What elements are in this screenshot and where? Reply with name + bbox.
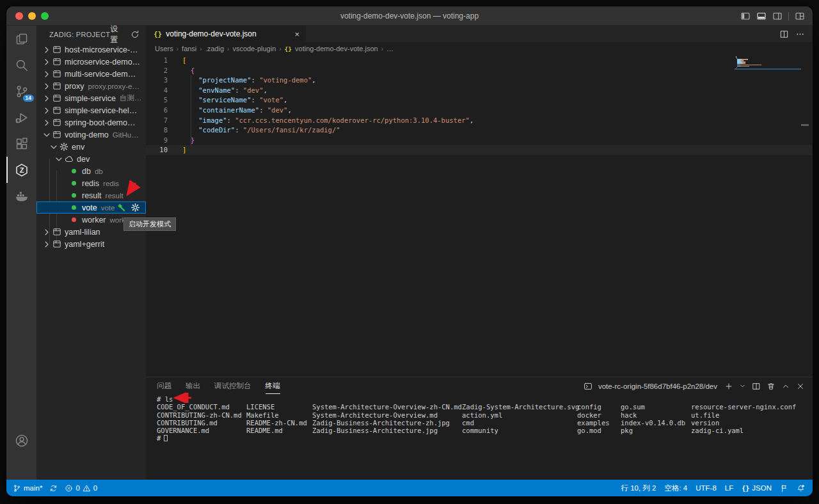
- close-panel-icon[interactable]: [796, 382, 805, 391]
- terminal-dropdown-icon[interactable]: [739, 382, 746, 390]
- more-actions-icon[interactable]: [795, 29, 805, 39]
- tree-item-voting-demo[interactable]: voting-demoGitHu…: [36, 129, 146, 141]
- tab-close-icon[interactable]: ×: [294, 30, 299, 38]
- tree-item-detail: redis: [103, 180, 119, 187]
- close-window-button[interactable]: [15, 12, 23, 20]
- panel-tab-输出[interactable]: 输出: [186, 378, 200, 394]
- line-number: 4: [146, 86, 168, 96]
- tree-item-label: env: [72, 143, 84, 152]
- tree-item-yaml+gerrit[interactable]: yaml+gerrit: [36, 238, 146, 250]
- breadcrumb-item[interactable]: Users: [155, 45, 173, 52]
- project-icon: [52, 45, 62, 54]
- line-number: 7: [146, 116, 168, 126]
- encoding-status[interactable]: UTF-8: [696, 484, 717, 492]
- minimap[interactable]: [736, 56, 799, 70]
- panel-tab-终端[interactable]: 终端: [266, 378, 280, 394]
- activity-item-explorer[interactable]: [6, 26, 36, 52]
- activity-item-run-debug[interactable]: [6, 104, 36, 130]
- service-settings-icon[interactable]: [131, 203, 140, 212]
- toggle-panel-icon[interactable]: [756, 11, 767, 21]
- tab-voting-demo-dev-vote-json[interactable]: {} voting-demo-dev-vote.json ×: [146, 26, 306, 42]
- minimize-window-button[interactable]: [28, 12, 36, 20]
- tree-item-simple-service[interactable]: simple-service自测…: [36, 92, 146, 104]
- tree-item-vote[interactable]: votevote: [36, 201, 146, 214]
- terminal[interactable]: # ls CODE_OF_CONDUCT.mdCONTRIBUTING-zh-C…: [146, 395, 813, 480]
- terminal-session-name[interactable]: vote-rc-origin-5f86d7bf46-p2n28/dev: [598, 382, 717, 390]
- eol-status[interactable]: LF: [725, 484, 733, 492]
- status-dot-green: [72, 205, 76, 210]
- terminal-cursor-line: #: [157, 434, 813, 442]
- breadcrumb-item[interactable]: …: [386, 45, 394, 52]
- breadcrumb-item[interactable]: vscode-plugin: [232, 45, 276, 52]
- terminal-column: resource-server-nginx.confut.fileversion…: [691, 403, 796, 434]
- breadcrumbs[interactable]: Users›fansi›.zadig›vscode-plugin›{}votin…: [146, 42, 813, 55]
- tooltip-start-dev-mode: 启动开发模式: [123, 217, 176, 231]
- tree-item-host-microservice-…[interactable]: host-microservice-…: [36, 43, 146, 56]
- breadcrumb-item[interactable]: voting-demo-dev-vote.json: [295, 45, 378, 52]
- tree-item-redis[interactable]: redisredis: [36, 177, 146, 189]
- indent-guide: [191, 75, 191, 145]
- tree-item-spring-boot-demo…[interactable]: spring-boot-demo…: [36, 116, 146, 129]
- line-number: 10: [146, 145, 168, 155]
- tree-item-db[interactable]: dbdb: [36, 165, 146, 177]
- tree-item-proxy[interactable]: proxyproxy.proxy-e…: [36, 80, 146, 92]
- maximize-panel-icon[interactable]: [781, 382, 790, 391]
- code-line: 4 "envName": "dev",: [146, 86, 813, 96]
- project-icon: [52, 130, 62, 139]
- tree-item-dev[interactable]: dev: [36, 153, 146, 165]
- breadcrumb-item[interactable]: fansi: [182, 45, 196, 52]
- maximize-window-button[interactable]: [41, 12, 49, 20]
- activity-item-accounts[interactable]: [6, 427, 36, 453]
- activity-item-source-control[interactable]: 14: [6, 78, 36, 104]
- terminal-ls-output: CODE_OF_CONDUCT.mdCONTRIBUTING-zh-CN.mdC…: [146, 403, 813, 434]
- tree-item-simple-service-hel…[interactable]: simple-service-hel…: [36, 104, 146, 116]
- toggle-secondary-sidebar-icon[interactable]: [772, 11, 783, 21]
- start-dev-mode-icon[interactable]: [116, 203, 126, 212]
- problems-status[interactable]: 0 0: [65, 484, 97, 492]
- split-editor-icon[interactable]: [779, 29, 789, 39]
- git-branch-status[interactable]: main*: [13, 484, 42, 492]
- tree-item-label: spring-boot-demo…: [65, 118, 135, 127]
- new-terminal-icon[interactable]: [724, 382, 733, 391]
- notifications-status[interactable]: [797, 484, 805, 492]
- tree-item-multi-service-dem…[interactable]: multi-service-dem…: [36, 68, 146, 80]
- chevron-right-icon: [42, 239, 52, 249]
- sync-status[interactable]: [49, 484, 58, 492]
- sync-icon: [49, 484, 58, 492]
- indentation-status[interactable]: 空格: 4: [664, 484, 687, 493]
- refresh-icon[interactable]: [131, 30, 139, 39]
- feedback-status[interactable]: [780, 484, 788, 492]
- panel-tab-问题[interactable]: 问题: [157, 378, 171, 394]
- breadcrumb-item[interactable]: .zadig: [205, 45, 224, 52]
- terminal-file-entry: resource-server-nginx.conf: [691, 403, 796, 411]
- cursor-position-status[interactable]: 行 10, 列 2: [621, 484, 656, 493]
- settings-button[interactable]: 设置: [110, 24, 125, 45]
- title-bar: voting-demo-dev-vote.json — voting-app: [6, 6, 813, 26]
- tree-item-result[interactable]: resultresult: [36, 189, 146, 201]
- gear-icon: [59, 142, 69, 152]
- chevron-right-icon: [42, 227, 52, 237]
- tree-item-microservice-demo…[interactable]: microservice-demo…: [36, 56, 146, 68]
- kill-terminal-icon[interactable]: [767, 382, 775, 391]
- split-terminal-icon[interactable]: [752, 382, 761, 391]
- activity-item-docker[interactable]: [6, 183, 36, 209]
- code-editor[interactable]: 1[2 {3 "projectName": "voting-demo",4 "e…: [146, 55, 813, 377]
- terminal-file-entry: examples: [577, 419, 610, 427]
- toggle-sidebar-icon[interactable]: [740, 11, 751, 21]
- tree-item-label: worker: [82, 216, 106, 224]
- tree-item-env[interactable]: env: [36, 141, 146, 153]
- project-icon: [52, 93, 62, 103]
- activity-item-search[interactable]: [6, 52, 36, 78]
- code-line: 2 {: [146, 66, 813, 76]
- chevron-down-icon: [49, 142, 59, 152]
- code-line: 9 }: [146, 136, 813, 146]
- flag-icon: [780, 484, 788, 492]
- activity-item-settings[interactable]: [6, 453, 36, 480]
- activity-item-zadig[interactable]: Z: [6, 157, 36, 183]
- customize-layout-icon[interactable]: [795, 11, 805, 21]
- tree-item-label: voting-demo: [65, 130, 109, 139]
- panel-tab-调试控制台[interactable]: 调试控制台: [214, 378, 251, 394]
- activity-item-extensions[interactable]: [6, 130, 36, 157]
- terminal-column: System-Architecture-Overview-zh-CN.mdSys…: [312, 403, 462, 434]
- language-mode-status[interactable]: {} JSON: [742, 484, 772, 492]
